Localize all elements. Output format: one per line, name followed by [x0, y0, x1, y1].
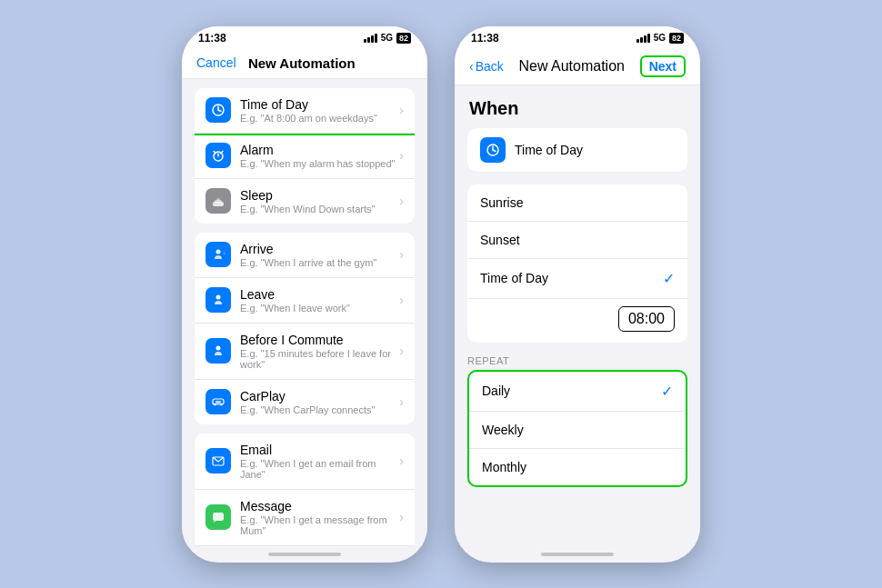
list-item-time-of-day[interactable]: Time of Day E.g. "At 8:00 am on weekdays…	[195, 88, 415, 134]
repeat-section-label: REPEAT	[455, 355, 700, 370]
battery-icon: 82	[396, 33, 411, 44]
cancel-button[interactable]: Cancel	[196, 55, 236, 70]
phone-2: 11:38 5G 82 ‹ Back New Automation Next W…	[455, 26, 700, 563]
alarm-icon	[205, 143, 231, 168]
alarm-subtitle: E.g. "When my alarm has stopped"	[240, 158, 396, 169]
repeat-daily[interactable]: Daily ✓	[469, 372, 686, 412]
sleep-title: Sleep	[240, 188, 396, 203]
email-title: Email	[240, 443, 396, 457]
list-item-leave[interactable]: Leave E.g. "When I leave work" ›	[195, 278, 415, 324]
back-chevron-icon: ‹	[469, 59, 474, 74]
chevron-icon: ›	[399, 194, 404, 208]
sleep-subtitle: E.g. "When Wind Down starts"	[240, 204, 396, 214]
signal-icon-2	[636, 34, 650, 43]
commute-subtitle: E.g. "15 minutes before I leave for work…	[240, 348, 396, 370]
list-item-before-commute[interactable]: Before I Commute E.g. "15 minutes before…	[195, 324, 415, 380]
time-2: 11:38	[471, 32, 499, 45]
arrive-text: Arrive E.g. "When I arrive at the gym"	[240, 242, 396, 268]
home-bar-2	[541, 553, 614, 556]
alarm-text: Alarm E.g. "When my alarm has stopped"	[240, 143, 396, 169]
section-list-3: Email E.g. "When I get an email from Jan…	[195, 434, 415, 546]
status-icons-1: 5G 82	[364, 33, 411, 44]
home-indicator-2	[455, 546, 700, 563]
network-type-2: 5G	[654, 33, 666, 43]
status-bar-1: 11:38 5G 82	[182, 26, 427, 48]
back-label: Back	[476, 59, 504, 74]
content-1: Time of Day E.g. "At 8:00 am on weekdays…	[182, 79, 427, 546]
home-bar	[268, 553, 341, 556]
carplay-text: CarPlay E.g. "When CarPlay connects"	[240, 389, 396, 415]
svg-point-16	[220, 404, 222, 405]
chevron-icon: ›	[399, 394, 404, 409]
svg-point-12	[216, 295, 221, 300]
email-subtitle: E.g. "When I get an email from Jane"	[240, 458, 396, 480]
chevron-icon: ›	[399, 148, 404, 163]
svg-rect-17	[215, 401, 221, 404]
svg-point-13	[216, 346, 221, 351]
list-item-message[interactable]: Message E.g. "When I get a message from …	[195, 490, 415, 546]
time-of-day-subtitle: E.g. "At 8:00 am on weekdays"	[240, 113, 396, 124]
time-display[interactable]: 08:00	[618, 306, 675, 332]
alarm-title: Alarm	[240, 143, 396, 157]
section-time: Time of Day E.g. "At 8:00 am on weekdays…	[182, 88, 427, 224]
time-1: 11:38	[198, 32, 226, 45]
time-of-day-option-label: Time of Day	[480, 271, 663, 285]
svg-point-15	[214, 404, 215, 405]
list-item-arrive[interactable]: ↓ Arrive E.g. "When I arrive at the gym"…	[195, 233, 415, 278]
list-item-alarm[interactable]: Alarm E.g. "When my alarm has stopped" ›	[195, 134, 415, 179]
battery-icon-2: 82	[669, 33, 684, 44]
nav-bar-2: ‹ Back New Automation Next	[455, 48, 700, 85]
option-sunset[interactable]: Sunset	[467, 222, 687, 259]
nav-bar-1: Cancel New Automation	[182, 48, 427, 79]
when-card: Time of Day	[467, 128, 687, 172]
list-item-sleep[interactable]: Sleep E.g. "When Wind Down starts" ›	[195, 179, 415, 224]
repeat-card: Daily ✓ Weekly Monthly	[467, 370, 687, 487]
email-text: Email E.g. "When I get an email from Jan…	[240, 443, 396, 480]
commute-title: Before I Commute	[240, 333, 396, 347]
message-text: Message E.g. "When I get a message from …	[240, 499, 396, 536]
time-of-day-checkmark: ✓	[663, 270, 675, 287]
time-row: 08:00	[467, 299, 687, 343]
svg-line-2	[218, 110, 221, 112]
carplay-title: CarPlay	[240, 389, 396, 404]
when-title: When	[455, 98, 700, 128]
repeat-monthly[interactable]: Monthly	[469, 449, 686, 485]
chevron-icon: ›	[399, 453, 404, 468]
commute-icon	[205, 338, 231, 364]
when-label: Time of Day	[515, 143, 583, 157]
time-of-day-text: Time of Day E.g. "At 8:00 am on weekdays…	[240, 97, 396, 124]
carplay-subtitle: E.g. "When CarPlay connects"	[240, 404, 396, 415]
list-item-carplay[interactable]: CarPlay E.g. "When CarPlay connects" ›	[195, 380, 415, 424]
leave-title: Leave	[240, 287, 396, 302]
option-sunrise[interactable]: Sunrise	[467, 184, 687, 222]
network-type: 5G	[381, 33, 393, 43]
chevron-icon: ›	[399, 247, 404, 262]
chevron-icon: ›	[399, 103, 404, 117]
chevron-icon: ›	[399, 344, 404, 358]
section-list-2: ↓ Arrive E.g. "When I arrive at the gym"…	[195, 233, 415, 424]
leave-text: Leave E.g. "When I leave work"	[240, 287, 396, 314]
section-communication: Email E.g. "When I get an email from Jan…	[182, 434, 427, 546]
section-list-1: Time of Day E.g. "At 8:00 am on weekdays…	[195, 88, 415, 224]
chevron-icon: ›	[399, 510, 404, 524]
email-icon	[205, 448, 231, 473]
svg-point-10	[216, 250, 221, 254]
arrive-subtitle: E.g. "When I arrive at the gym"	[240, 257, 396, 268]
message-title: Message	[240, 499, 396, 513]
arrive-title: Arrive	[240, 242, 396, 256]
weekly-label: Weekly	[482, 423, 673, 437]
time-of-day-icon	[205, 97, 231, 123]
back-button[interactable]: ‹ Back	[469, 59, 504, 74]
list-item-email[interactable]: Email E.g. "When I get an email from Jan…	[195, 434, 415, 490]
trigger-options-card: Sunrise Sunset Time of Day ✓ 08:00	[467, 184, 687, 343]
page-title-1: New Automation	[248, 55, 356, 71]
arrive-icon: ↓	[205, 242, 231, 267]
next-button[interactable]: Next	[640, 55, 686, 77]
carplay-icon	[205, 389, 231, 414]
leave-icon	[205, 287, 231, 313]
monthly-label: Monthly	[482, 460, 673, 474]
sunrise-label: Sunrise	[480, 195, 675, 210]
section-location: ↓ Arrive E.g. "When I arrive at the gym"…	[182, 233, 427, 424]
option-time-of-day[interactable]: Time of Day ✓	[467, 259, 687, 299]
repeat-weekly[interactable]: Weekly	[469, 412, 686, 449]
